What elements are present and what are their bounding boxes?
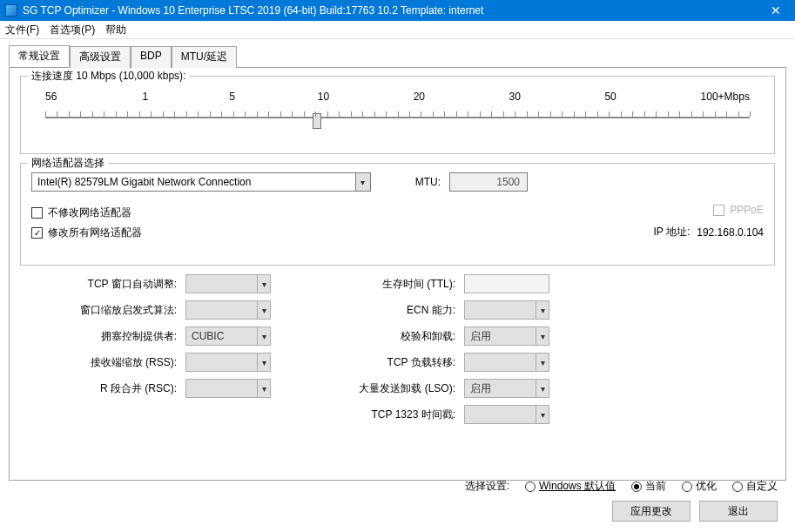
adapter-dropdown[interactable] [31, 172, 371, 192]
lbl-chimney: TCP 负载转移: [342, 355, 455, 370]
radio-optimal[interactable]: 优化 [682, 479, 717, 494]
group-adapter: 网络适配器选择 MTU: 不修改网络适配器 [20, 163, 775, 266]
tab-strip: 常规设置 高级设置 BDP MTU/延迟 [9, 45, 786, 68]
chevron-down-icon[interactable] [536, 301, 549, 319]
menubar: 文件(F) 首选项(P) 帮助 [0, 21, 795, 39]
chevron-down-icon[interactable] [257, 301, 270, 319]
checkbox-checked-icon[interactable]: ✓ [31, 227, 43, 239]
chevron-down-icon[interactable] [257, 354, 270, 371]
mtu-label: MTU: [406, 176, 441, 188]
tick-label: 1 [132, 91, 158, 103]
exit-button[interactable]: 退出 [699, 501, 778, 522]
combo-ts1323[interactable] [464, 405, 549, 424]
ip-value: 192.168.0.104 [697, 226, 764, 239]
lbl-rss: 接收端缩放 (RSS): [46, 355, 177, 370]
tick-label: 5 [219, 91, 246, 103]
tab-bdp[interactable]: BDP [131, 46, 172, 68]
combo-tcp-auto[interactable] [185, 274, 271, 293]
tick-label: 30 [497, 91, 532, 103]
radio-label: 优化 [696, 479, 717, 494]
lbl-ecn: ECN 能力: [342, 303, 455, 318]
menu-file[interactable]: 文件(F) [5, 23, 39, 37]
combo-ecn[interactable] [464, 300, 549, 320]
chevron-down-icon[interactable] [536, 354, 549, 371]
lbl-chksum: 校验和卸载: [342, 329, 455, 344]
combo-chimney[interactable] [464, 353, 549, 372]
tick-label: 50 [593, 91, 628, 103]
chevron-down-icon[interactable] [257, 275, 270, 293]
radio-icon[interactable] [682, 481, 692, 492]
mtu-value [449, 172, 528, 192]
combo-lso[interactable] [464, 379, 549, 398]
radio-label: Windows 默认值 [539, 479, 616, 494]
lbl-ttl: 生存时间 (TTL): [342, 277, 455, 292]
ip-label: IP 地址: [653, 225, 690, 239]
radio-label: 自定义 [746, 479, 778, 494]
combo-rsc[interactable] [185, 379, 271, 398]
lbl-congestion: 拥塞控制提供者: [46, 329, 177, 344]
radio-icon[interactable] [732, 481, 743, 492]
radio-icon[interactable] [525, 481, 536, 492]
tick-label: 100+Mbps [689, 91, 750, 103]
tab-advanced[interactable]: 高级设置 [70, 46, 131, 68]
chevron-down-icon[interactable] [536, 327, 549, 345]
radio-windows-default[interactable]: Windows 默认值 [525, 479, 616, 494]
lbl-rsc: R 段合并 (RSC): [46, 381, 177, 396]
checkbox-disabled-icon [713, 205, 724, 216]
speed-slider[interactable] [45, 106, 750, 131]
group-title-speed: 连接速度 10 Mbps (10,000 kbps): [28, 69, 189, 84]
menu-help[interactable]: 帮助 [105, 23, 126, 37]
radio-checked-icon[interactable] [631, 481, 642, 492]
chevron-down-icon[interactable] [257, 327, 270, 345]
adapter-dropdown-value[interactable] [32, 174, 355, 190]
checkbox-icon[interactable] [31, 207, 43, 219]
tab-general[interactable]: 常规设置 [9, 45, 70, 67]
slider-thumb[interactable] [313, 113, 321, 129]
check-no-modify-label: 不修改网络适配器 [48, 205, 131, 220]
tab-panel-general: 连接速度 10 Mbps (10,000 kbps): 56 1 5 10 20… [9, 67, 786, 481]
combo-chksum[interactable] [464, 327, 549, 346]
titlebar: SG TCP Optimizer - Windows 10 Enterprise… [0, 0, 795, 21]
slider-labels: 56 1 5 10 20 30 50 100+Mbps [45, 91, 750, 103]
tick-label: 56 [45, 91, 71, 103]
menu-prefs[interactable]: 首选项(P) [50, 23, 95, 37]
check-modify-all-label: 修改所有网络适配器 [48, 226, 142, 240]
pppoe-label: PPPoE [730, 204, 764, 216]
tab-mtu[interactable]: MTU/延迟 [172, 46, 237, 68]
settings-grid: TCP 窗口自动调整: 生存时间 (TTL): 窗口缩放启发式算法: ECN 能… [46, 274, 775, 424]
tick-label: 20 [401, 91, 436, 103]
select-settings-label: 选择设置: [465, 479, 509, 494]
tick-label: 10 [307, 91, 341, 103]
check-modify-all[interactable]: ✓ 修改所有网络适配器 [31, 226, 142, 240]
check-no-modify[interactable]: 不修改网络适配器 [31, 205, 142, 220]
chevron-down-icon[interactable] [536, 380, 549, 397]
app-icon [5, 4, 17, 17]
lbl-ts1323: TCP 1323 时间戳: [342, 407, 455, 422]
check-pppoe: PPPoE [713, 204, 764, 216]
combo-rss[interactable] [185, 353, 271, 372]
combo-heuristic[interactable] [185, 300, 271, 320]
radio-label: 当前 [645, 479, 666, 494]
lbl-lso: 大量发送卸载 (LSO): [342, 381, 455, 396]
group-title-adapter: 网络适配器选择 [28, 156, 108, 171]
chevron-down-icon[interactable] [257, 380, 270, 397]
radio-current[interactable]: 当前 [631, 479, 666, 494]
lbl-tcp-auto: TCP 窗口自动调整: [46, 277, 177, 292]
chevron-down-icon[interactable] [536, 406, 549, 423]
apply-button[interactable]: 应用更改 [612, 501, 691, 522]
window-title: SG TCP Optimizer - Windows 10 Enterprise… [23, 4, 483, 17]
close-icon[interactable]: ✕ [762, 3, 790, 17]
lbl-heuristic: 窗口缩放启发式算法: [46, 303, 177, 318]
chevron-down-icon[interactable] [355, 173, 370, 191]
radio-custom[interactable]: 自定义 [732, 479, 778, 494]
input-ttl[interactable] [464, 274, 549, 293]
footer: 选择设置: Windows 默认值 当前 优化 自定义 应用更改 退出 [17, 479, 778, 522]
combo-congestion[interactable] [185, 327, 271, 346]
group-connection-speed: 连接速度 10 Mbps (10,000 kbps): 56 1 5 10 20… [20, 76, 775, 154]
